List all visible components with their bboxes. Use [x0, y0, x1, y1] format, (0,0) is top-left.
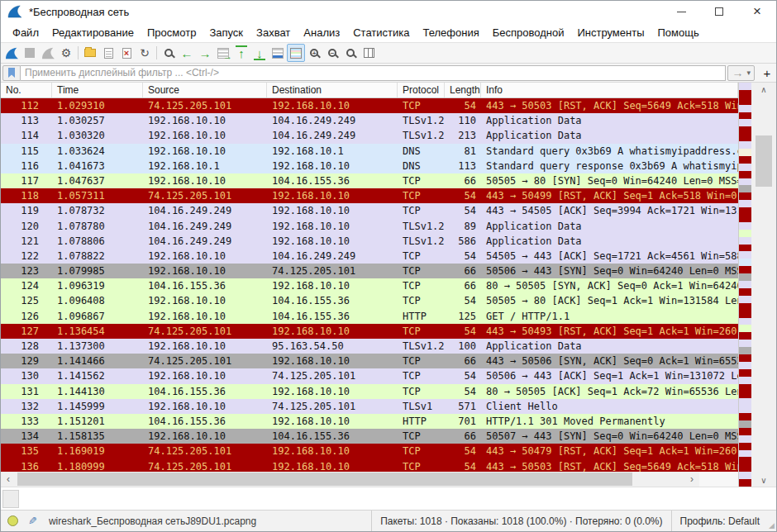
capture-options-button[interactable]: ⚙	[57, 44, 75, 62]
menu-item-1[interactable]: Редактирование	[45, 24, 141, 41]
go-back-button[interactable]: ←	[178, 44, 196, 62]
packet-row[interactable]: 1131.030257192.168.10.10104.16.249.249TL…	[1, 113, 738, 128]
horizontal-scrollbar[interactable]: ‹ ›	[1, 472, 738, 487]
packet-row[interactable]: 1331.151201104.16.155.36192.168.10.10HTT…	[1, 414, 738, 429]
menu-item-10[interactable]: Помощь	[651, 24, 706, 41]
menu-item-4[interactable]: Захват	[250, 24, 297, 41]
menu-item-0[interactable]: Файл	[6, 24, 45, 41]
column-header-source[interactable]: Source	[143, 83, 267, 97]
menu-item-3[interactable]: Запуск	[203, 24, 250, 41]
scroll-right-icon[interactable]: ›	[684, 472, 699, 487]
packet-row[interactable]: 1121.02931074.125.205.101192.168.10.10TC…	[1, 98, 738, 113]
packet-row[interactable]: 1351.16901974.125.205.101192.168.10.10TC…	[1, 444, 738, 458]
minimap-stripe	[739, 391, 751, 398]
reload-file-button[interactable]: ↻	[136, 44, 154, 62]
zoom-in-button[interactable]: +	[305, 44, 323, 62]
profile-selector[interactable]: Профиль: Default	[671, 511, 769, 531]
packet-row[interactable]: 1231.079985192.168.10.1074.125.205.101TC…	[1, 264, 738, 278]
packet-cell-protocol: TCP	[398, 459, 445, 473]
column-header-length[interactable]: Length	[445, 83, 481, 97]
capture-comment-icon[interactable]: ✎	[28, 515, 37, 527]
packet-row[interactable]: 1141.030320192.168.10.10104.16.249.249TL…	[1, 128, 738, 143]
column-header-info[interactable]: Info	[481, 83, 738, 97]
packet-row[interactable]: 1201.078780104.16.249.249192.168.10.10TL…	[1, 219, 738, 234]
packet-cell-info: 443 → 50503 [RST, ACK] Seq=5649 Ack=518 …	[481, 459, 738, 473]
packet-row[interactable]: 1211.078806104.16.249.249192.168.10.10TL…	[1, 234, 738, 249]
minimap-stripe	[739, 318, 751, 325]
packet-row[interactable]: 1291.14146674.125.205.101192.168.10.10TC…	[1, 354, 738, 368]
menu-item-2[interactable]: Просмотр	[141, 24, 203, 41]
packet-row[interactable]: 1181.05731174.125.205.101192.168.10.10TC…	[1, 188, 738, 203]
packet-row[interactable]: 1281.137300192.168.10.1095.163.54.50TLSv…	[1, 339, 738, 354]
stop-capture-button[interactable]	[21, 44, 39, 62]
maximize-button[interactable]	[700, 1, 738, 22]
expert-info-icon[interactable]	[7, 515, 18, 526]
auto-scroll-button[interactable]	[269, 44, 287, 62]
goto-arrow-icon: →	[223, 53, 232, 60]
packet-row[interactable]: 1271.13645474.125.205.101192.168.10.10TC…	[1, 324, 738, 339]
packet-row[interactable]: 1321.145999192.168.10.1074.125.205.101TL…	[1, 399, 738, 414]
packet-row[interactable]: 1251.096408192.168.10.10104.16.155.36TCP…	[1, 293, 738, 308]
packet-row[interactable]: 1161.041673192.168.10.1192.168.10.10DNS1…	[1, 159, 738, 173]
packet-row[interactable]: 1311.144130104.16.155.36192.168.10.10TCP…	[1, 384, 738, 399]
packet-cell-source: 192.168.10.10	[143, 309, 267, 324]
packet-cell-time: 1.180999	[52, 459, 143, 473]
go-to-top-button[interactable]: ↑	[232, 44, 250, 62]
packet-row[interactable]: 1241.096319104.16.155.36192.168.10.10TCP…	[1, 278, 738, 293]
apply-filter-button[interactable]: → ▾	[727, 65, 755, 81]
resize-columns-button[interactable]	[360, 44, 378, 62]
packet-cell-source: 74.125.205.101	[143, 459, 267, 473]
packet-row[interactable]: 1341.158135192.168.10.10104.16.155.36TCP…	[1, 429, 738, 444]
open-file-button[interactable]	[81, 44, 99, 62]
close-file-button[interactable]: ×	[117, 44, 136, 62]
column-header-destination[interactable]: Destination	[267, 83, 398, 97]
packet-cell-time: 1.078780	[52, 219, 143, 234]
packet-minimap[interactable]	[738, 83, 751, 487]
scroll-up-icon[interactable]: ∧	[751, 83, 776, 96]
minimap-stripe	[739, 207, 751, 215]
save-file-button[interactable]	[99, 44, 117, 62]
scroll-down-icon[interactable]: ∨	[751, 473, 776, 487]
packet-list-area: No. Time Source Destination Protocol Len…	[1, 83, 776, 487]
column-header-protocol[interactable]: Protocol	[398, 83, 445, 97]
zoom-reset-button[interactable]	[341, 44, 360, 62]
display-filter-input[interactable]: Применить дисплейный фильтр ... <Ctrl-/>	[21, 65, 726, 81]
minimap-stripe	[739, 200, 751, 207]
packet-cell-info: 443 → 50503 [RST, ACK] Seq=5649 Ack=518 …	[481, 98, 738, 113]
vscroll-thumb[interactable]	[756, 135, 772, 187]
packet-row[interactable]: 1151.033624192.168.10.10192.168.10.1DNS8…	[1, 144, 738, 159]
resize-grip[interactable]: ◢	[768, 511, 776, 531]
filter-bookmark-button[interactable]	[2, 65, 21, 81]
packet-row[interactable]: 1361.18099974.125.205.101192.168.10.10TC…	[1, 459, 738, 473]
go-to-packet-button[interactable]: →	[214, 44, 232, 62]
column-header-no[interactable]: No.	[1, 83, 52, 97]
menu-item-9[interactable]: Инструменты	[570, 24, 651, 41]
packet-row[interactable]: 1171.047637192.168.10.10104.16.155.36TCP…	[1, 173, 738, 188]
vertical-scrollbar[interactable]: ∧ ∨	[751, 83, 776, 487]
go-to-bottom-button[interactable]: ↓	[250, 44, 269, 62]
packet-cell-info: 50506 → 443 [ACK] Seq=1 Ack=1 Win=131072…	[481, 368, 738, 383]
menu-item-5[interactable]: Анализ	[297, 24, 346, 41]
scroll-left-icon[interactable]: ‹	[1, 472, 16, 487]
go-forward-button[interactable]: →	[196, 44, 214, 62]
menu-item-6[interactable]: Статистика	[346, 24, 416, 41]
minimize-button[interactable]	[662, 1, 700, 22]
start-capture-button[interactable]	[2, 44, 21, 62]
hscroll-thumb[interactable]	[17, 473, 632, 486]
packet-row[interactable]: 1301.141562192.168.10.1074.125.205.101TC…	[1, 368, 738, 383]
pane-handle[interactable]	[2, 490, 19, 508]
packet-cell-source: 192.168.10.10	[143, 249, 267, 264]
colorize-button[interactable]	[287, 44, 305, 62]
packet-row[interactable]: 1221.078822192.168.10.10104.16.249.249TC…	[1, 249, 738, 264]
find-packet-button[interactable]	[160, 44, 178, 62]
packet-row[interactable]: 1191.078732104.16.249.249192.168.10.10TC…	[1, 203, 738, 218]
capture-filename[interactable]: wireshark_Беспроводная сетьJ89DU1.pcapng	[49, 515, 371, 527]
close-button[interactable]: ×	[738, 1, 776, 22]
add-filter-button[interactable]: +	[760, 65, 775, 81]
column-header-time[interactable]: Time	[52, 83, 143, 97]
packet-row[interactable]: 1261.096867192.168.10.10104.16.155.36HTT…	[1, 309, 738, 324]
zoom-out-button[interactable]: −	[323, 44, 341, 62]
restart-capture-button[interactable]	[39, 44, 57, 62]
menu-item-7[interactable]: Телефония	[416, 24, 485, 41]
menu-item-8[interactable]: Беспроводной	[486, 24, 571, 41]
